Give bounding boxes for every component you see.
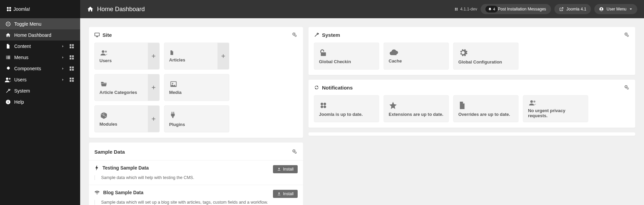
svg-rect-42	[95, 33, 99, 36]
svg-point-45	[102, 50, 105, 53]
users-icon	[528, 99, 583, 106]
svg-point-64	[324, 105, 326, 108]
tile-label: Plugins	[169, 122, 224, 127]
sidebar-item-menus[interactable]: Menus	[0, 52, 80, 63]
svg-rect-31	[70, 80, 71, 81]
svg-rect-25	[70, 69, 71, 70]
svg-rect-23	[70, 66, 71, 68]
install-button[interactable]: Install	[273, 165, 298, 173]
tile-label: Extensions are up to date.	[389, 112, 444, 117]
page-title: Home Dashboard	[87, 6, 145, 13]
main-content: Site UsersArticlesArticle CategoriesMedi…	[80, 18, 644, 205]
gear-icon[interactable]	[624, 32, 630, 38]
svg-point-65	[530, 100, 533, 103]
svg-point-66	[533, 101, 535, 103]
user-menu-button[interactable]: User Menu	[594, 4, 637, 14]
post-install-count: 4	[493, 7, 495, 11]
add-button[interactable]	[217, 43, 229, 69]
panel-peek	[308, 132, 635, 136]
add-button[interactable]	[148, 43, 159, 69]
tile-users: Users	[94, 43, 160, 70]
tile-extensions-are-up-to-date-: Extensions are up to date.	[384, 95, 449, 122]
page-title-text: Home Dashboard	[97, 6, 145, 13]
gear-icon[interactable]	[292, 149, 298, 155]
user-menu-label: User Menu	[606, 7, 626, 11]
bolt-icon	[94, 165, 99, 171]
external-link-label: Joomla 4.1	[567, 7, 586, 11]
gear-icon[interactable]	[624, 84, 630, 91]
tile-link[interactable]: Article Categories	[95, 74, 148, 101]
grid-icon[interactable]	[69, 66, 76, 71]
external-link-button[interactable]: Joomla 4.1	[554, 4, 591, 14]
tile-link[interactable]: Cache	[384, 43, 448, 69]
tile-link[interactable]: Joomla is up to date.	[314, 96, 379, 122]
tile-link[interactable]: Global Configuration	[454, 43, 518, 69]
svg-rect-18	[7, 58, 10, 59]
sidebar-item-help[interactable]: Help	[0, 96, 80, 107]
tile-articles: Articles	[164, 43, 229, 70]
install-button[interactable]: Install	[273, 190, 298, 198]
svg-point-41	[601, 8, 602, 9]
svg-rect-6	[7, 46, 9, 46]
grid-icon[interactable]	[69, 44, 76, 49]
brand-logo[interactable]: Joomla!	[0, 0, 80, 18]
tile-link[interactable]: Modules	[95, 106, 148, 132]
sidebar-item-users[interactable]: Users	[0, 74, 80, 85]
tile-label: Global Configuration	[458, 59, 513, 65]
notifications-panel: Notifications Joomla is up to date.Exten…	[308, 80, 635, 128]
svg-point-39	[456, 9, 458, 10]
sidebar-item-content[interactable]: Content	[0, 41, 80, 52]
svg-point-46	[105, 50, 107, 52]
tile-link[interactable]: Articles	[164, 43, 217, 69]
svg-rect-48	[171, 53, 173, 53]
sidebar: Joomla! Toggle Menu Home DashboardConten…	[0, 0, 80, 205]
tile-link[interactable]: Global Checkin	[314, 43, 379, 69]
tile-link[interactable]: Extensions are up to date.	[384, 96, 448, 122]
sidebar-item-system[interactable]: System	[0, 85, 80, 96]
install-label: Install	[283, 191, 294, 196]
svg-rect-12	[72, 46, 74, 48]
gear-icon[interactable]	[292, 32, 298, 38]
toggle-menu-button[interactable]: Toggle Menu	[0, 18, 80, 29]
grid-icon[interactable]	[69, 77, 76, 82]
system-panel-title: System	[322, 32, 340, 38]
tile-label: Overrides are up to date.	[458, 112, 513, 117]
system-panel: System Global CheckinCacheGlobal Configu…	[308, 27, 635, 75]
sampledata-desc: Sample data which will set up a blog sit…	[94, 200, 298, 205]
svg-rect-16	[7, 57, 10, 58]
cube-icon	[99, 111, 143, 120]
sidebar-item-home-dashboard[interactable]: Home Dashboard	[0, 29, 80, 41]
svg-point-28	[9, 78, 10, 79]
wifi-icon	[94, 190, 100, 195]
tile-link[interactable]: Plugins	[164, 106, 229, 132]
grid-icon[interactable]	[69, 55, 76, 60]
add-button[interactable]	[148, 106, 159, 132]
tile-link[interactable]: Overrides are up to date.	[454, 96, 518, 122]
toggle-menu-label: Toggle Menu	[14, 21, 76, 27]
tile-link[interactable]: Media	[164, 74, 229, 101]
sampledata-title: Testing Sample Data	[102, 165, 149, 171]
tile-label: Article Categories	[99, 90, 143, 95]
sidebar-item-label: Menus	[14, 55, 61, 60]
add-button[interactable]	[148, 74, 159, 101]
tile-link[interactable]: Users	[95, 43, 148, 69]
svg-rect-7	[7, 47, 9, 47]
sampledata-row: Blog Sample DataInstallSample data which…	[89, 185, 303, 205]
sidebar-item-components[interactable]: Components	[0, 63, 80, 74]
tile-link[interactable]: No urgent privacy requests.	[523, 96, 588, 122]
puzzle-icon	[4, 66, 12, 71]
external-link-icon	[559, 7, 564, 11]
chevron-right-icon	[61, 56, 68, 59]
svg-rect-19	[70, 55, 71, 57]
svg-point-62	[324, 102, 326, 105]
home-icon	[4, 32, 12, 38]
tile-cache: Cache	[384, 43, 449, 70]
upload-icon	[277, 167, 281, 171]
image-icon	[169, 80, 224, 88]
svg-text:Joomla!: Joomla!	[14, 6, 30, 12]
chevron-right-icon	[61, 67, 68, 70]
post-install-button[interactable]: 4 Post Installation Messages	[481, 4, 551, 14]
sampledata-desc: Sample data which will help with testing…	[94, 175, 298, 180]
svg-point-51	[172, 83, 173, 84]
svg-rect-47	[171, 52, 173, 53]
